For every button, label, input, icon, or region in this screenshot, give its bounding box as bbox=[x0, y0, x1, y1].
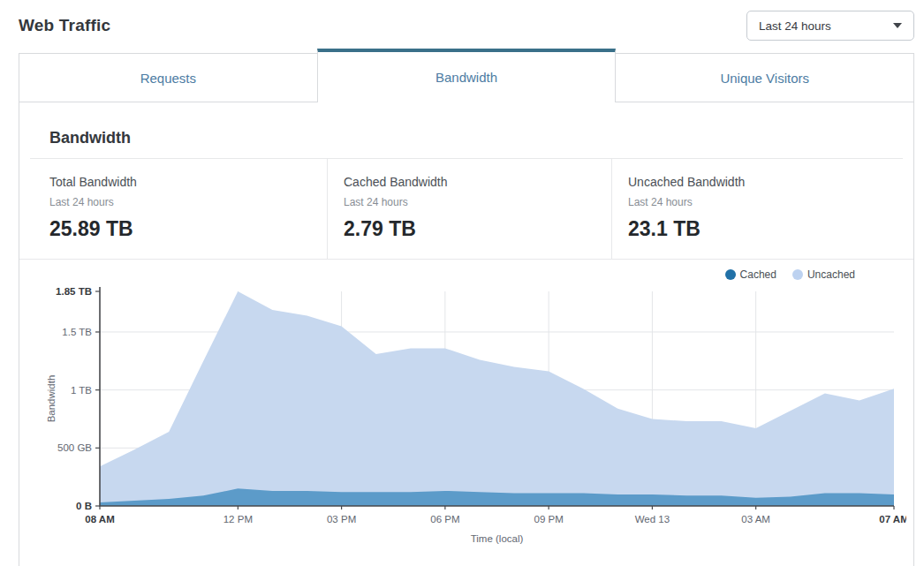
page-header: Web Traffic Last 24 hours bbox=[0, 0, 924, 42]
time-range-dropdown[interactable]: Last 24 hours bbox=[746, 11, 914, 41]
legend-cached-label: Cached bbox=[740, 268, 776, 281]
tabbar: Requests Bandwidth Unique Visitors bbox=[19, 49, 914, 102]
uncached-area bbox=[100, 291, 894, 506]
section-heading: Bandwidth bbox=[19, 102, 913, 158]
tab-bandwidth[interactable]: Bandwidth bbox=[317, 49, 617, 102]
stat-total-bandwidth: Total Bandwidth Last 24 hours 25.89 TB bbox=[19, 159, 327, 259]
svg-text:Time (local): Time (local) bbox=[471, 533, 524, 544]
svg-text:0 B: 0 B bbox=[76, 501, 92, 511]
stat-period: Last 24 hours bbox=[628, 196, 905, 208]
svg-text:07 AM: 07 AM bbox=[879, 514, 906, 524]
time-range-value: Last 24 hours bbox=[759, 19, 831, 33]
tab-unique-visitors-label: Unique Visitors bbox=[720, 71, 809, 86]
svg-text:Wed 13: Wed 13 bbox=[635, 514, 670, 524]
page-title: Web Traffic bbox=[19, 16, 110, 35]
chart-legend: Cached Uncached bbox=[19, 260, 913, 283]
stat-uncached-bandwidth: Uncached Bandwidth Last 24 hours 23.1 TB bbox=[611, 159, 913, 259]
svg-text:Bandwidth: Bandwidth bbox=[46, 375, 57, 423]
svg-text:03 AM: 03 AM bbox=[741, 514, 770, 524]
svg-text:500 GB: 500 GB bbox=[57, 442, 92, 453]
svg-text:03 PM: 03 PM bbox=[327, 514, 356, 524]
legend-uncached-label: Uncached bbox=[807, 268, 855, 281]
uncached-legend-dot-icon bbox=[792, 269, 803, 280]
stat-cards: Total Bandwidth Last 24 hours 25.89 TB C… bbox=[19, 159, 913, 259]
svg-text:1.85 TB: 1.85 TB bbox=[56, 286, 92, 297]
svg-text:12 PM: 12 PM bbox=[223, 514, 253, 524]
stat-value: 25.89 TB bbox=[49, 217, 318, 241]
web-traffic-page: Web Traffic Last 24 hours Requests Bandw… bbox=[0, 0, 924, 566]
cached-legend-dot-icon bbox=[725, 269, 736, 280]
stat-cached-bandwidth: Cached Bandwidth Last 24 hours 2.79 TB bbox=[327, 159, 611, 259]
tab-requests[interactable]: Requests bbox=[19, 53, 318, 102]
svg-text:1 TB: 1 TB bbox=[71, 385, 92, 396]
stat-label: Total Bandwidth bbox=[49, 175, 318, 189]
svg-text:06 PM: 06 PM bbox=[430, 514, 459, 524]
bandwidth-area-chart: 0 B500 GB1 TB1.5 TB1.85 TB08 AM12 PM03 P… bbox=[32, 283, 906, 547]
tabbar-wrap: Requests Bandwidth Unique Visitors bbox=[0, 49, 924, 102]
stat-label: Cached Bandwidth bbox=[344, 175, 602, 189]
stat-label: Uncached Bandwidth bbox=[628, 175, 905, 189]
tab-requests-label: Requests bbox=[140, 71, 196, 86]
tab-unique-visitors[interactable]: Unique Visitors bbox=[615, 53, 914, 102]
legend-item-cached[interactable]: Cached bbox=[725, 268, 776, 281]
stat-period: Last 24 hours bbox=[344, 196, 602, 208]
svg-text:08 AM: 08 AM bbox=[85, 514, 114, 524]
bandwidth-panel: Bandwidth Total Bandwidth Last 24 hours … bbox=[19, 102, 914, 566]
tab-bandwidth-label: Bandwidth bbox=[435, 70, 497, 85]
stat-value: 23.1 TB bbox=[628, 217, 905, 241]
svg-text:09 PM: 09 PM bbox=[534, 514, 564, 524]
chart-container: 0 B500 GB1 TB1.5 TB1.85 TB08 AM12 PM03 P… bbox=[19, 283, 913, 551]
svg-text:1.5 TB: 1.5 TB bbox=[62, 327, 92, 337]
stat-period: Last 24 hours bbox=[49, 196, 318, 208]
stat-value: 2.79 TB bbox=[344, 217, 602, 241]
chevron-down-icon bbox=[893, 23, 902, 28]
legend-item-uncached[interactable]: Uncached bbox=[792, 268, 855, 281]
